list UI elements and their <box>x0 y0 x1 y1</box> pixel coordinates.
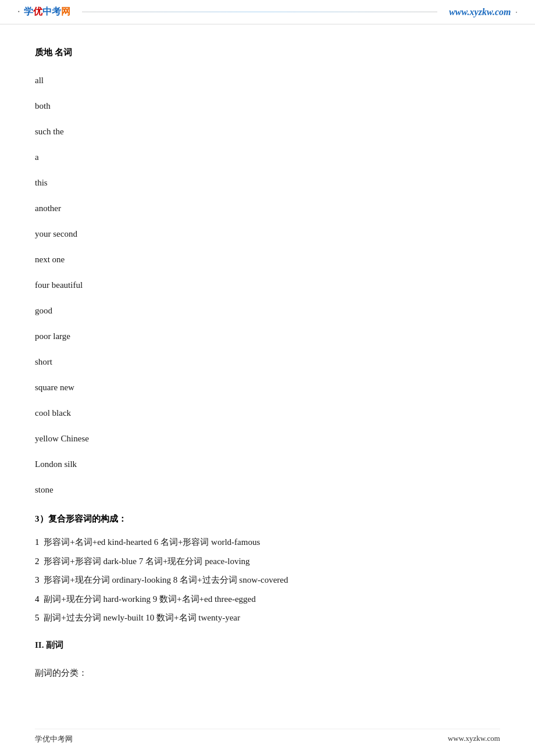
word-another: another <box>35 195 500 221</box>
compound-row-5: 5 副词+过去分词 newly-built 10 数词+名词 twenty-ye… <box>35 609 500 626</box>
section3-label: 3）复合形容词的构成： <box>35 506 500 532</box>
page-footer: 学优中考网 www.xyzkw.com <box>35 729 500 744</box>
section-II-label: II. 副词 <box>35 632 500 658</box>
word-yellow-chinese: yellow Chinese <box>35 426 500 451</box>
word-such-the: such the <box>35 119 500 144</box>
word-good: good <box>35 298 500 323</box>
header-url-area: www.xyzkw.com · <box>449 7 518 17</box>
header-url: www.xyzkw.com <box>449 7 511 17</box>
word-a: a <box>35 144 500 170</box>
compound-row-3: 3 形容词+现在分词 ordinary-looking 8 名词+过去分词 sn… <box>35 572 500 589</box>
compound-row-1: 1 形容词+名词+ed kind-hearted 6 名词+形容词 world-… <box>35 534 500 551</box>
footer-left: 学优中考网 <box>35 734 73 744</box>
compound-num-4: 4 <box>35 594 40 604</box>
compound-row-4: 4 副词+现在分词 hard-working 9 数词+名词+ed three-… <box>35 591 500 608</box>
compound-text-3: 形容词+现在分词 ordinary-looking 8 名词+过去分词 snow… <box>44 575 288 584</box>
word-your-second: your second <box>35 221 500 247</box>
word-cool-black: cool black <box>35 400 500 426</box>
word-this: this <box>35 170 500 195</box>
word-poor-large: poor large <box>35 323 500 349</box>
logo-area: · 学优中考网 <box>17 6 70 18</box>
word-london-silk: London silk <box>35 451 500 477</box>
word-four-beautiful: four beautiful <box>35 272 500 298</box>
compound-row-2: 2 形容词+形容词 dark-blue 7 名词+现在分词 peace-lovi… <box>35 553 500 570</box>
logo-dot-left: · <box>17 6 20 18</box>
compound-num-5: 5 <box>35 613 40 622</box>
word-stone: stone <box>35 477 500 502</box>
compound-num-2: 2 <box>35 557 40 566</box>
word-square-new: square new <box>35 375 500 400</box>
word-all: all <box>35 67 500 93</box>
compound-num-1: 1 <box>35 537 40 547</box>
footer-right: www.xyzkw.com <box>448 734 500 744</box>
page-header: · 学优中考网 www.xyzkw.com · <box>0 0 535 24</box>
compound-text-4: 副词+现在分词 hard-working 9 数词+名词+ed three-eg… <box>44 594 255 604</box>
compound-text-5: 副词+过去分词 newly-built 10 数词+名词 twenty-year <box>44 613 240 622</box>
site-logo: 学优中考网 <box>24 6 70 18</box>
compound-text-2: 形容词+形容词 dark-blue 7 名词+现在分词 peace-loving <box>44 557 249 566</box>
header-divider <box>82 12 438 12</box>
header-url-dot: · <box>515 8 518 17</box>
main-content: 质地 名词 all both such the a this another y… <box>0 24 535 721</box>
word-next-one: next one <box>35 247 500 272</box>
word-both: both <box>35 93 500 119</box>
word-short: short <box>35 349 500 375</box>
title-line: 质地 名词 <box>35 40 500 65</box>
compound-text-1: 形容词+名词+ed kind-hearted 6 名词+形容词 world-fa… <box>44 537 260 547</box>
compound-num-3: 3 <box>35 575 40 584</box>
adverb-label: 副词的分类： <box>35 660 500 686</box>
